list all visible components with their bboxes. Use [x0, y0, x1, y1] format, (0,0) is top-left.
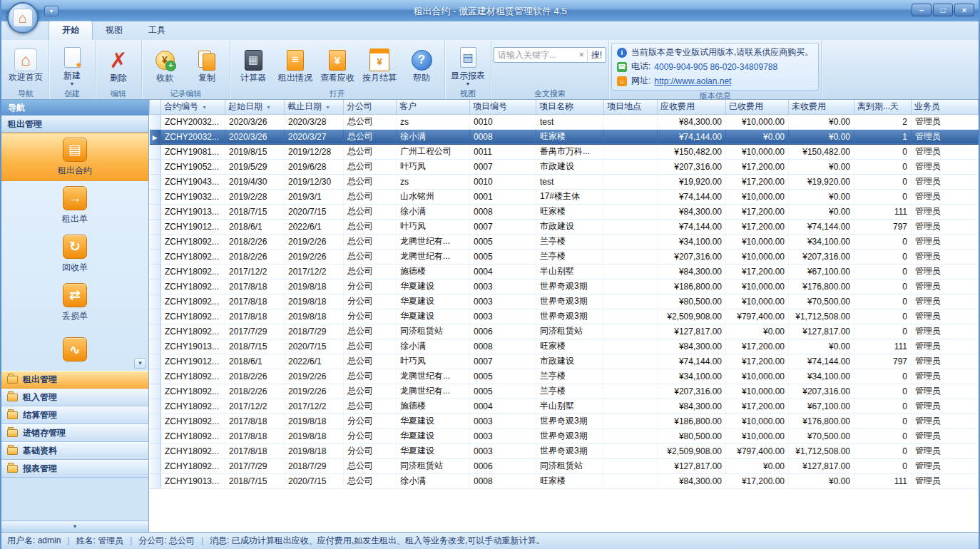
sidebar-collapse-button[interactable]	[1, 520, 148, 532]
table-cell[interactable]: ZCHY18092...	[161, 324, 225, 339]
table-cell[interactable]: 1	[854, 129, 912, 144]
website-link[interactable]: http://www.aolan.net	[654, 76, 731, 86]
table-cell[interactable]: 总公司	[344, 129, 397, 144]
table-cell[interactable]: ¥0.00	[726, 324, 789, 339]
table-cell[interactable]: ¥67,100.00	[789, 264, 854, 279]
table-cell[interactable]: ¥2,509,908.00	[658, 309, 726, 324]
table-cell[interactable]: 0003	[470, 429, 536, 443]
table-cell[interactable]: ¥74,144.00	[789, 219, 854, 234]
table-cell[interactable]: 2017/12/2	[285, 264, 344, 279]
row-selector[interactable]	[150, 429, 161, 443]
table-cell[interactable]: 2019/8/15	[225, 144, 285, 159]
table-cell[interactable]: 0008	[470, 204, 536, 219]
table-cell[interactable]: ¥19,920.00	[658, 174, 726, 189]
table-cell[interactable]: 管理员	[912, 159, 979, 174]
table-cell[interactable]: 2020/7/15	[285, 339, 344, 354]
table-cell[interactable]: ¥84,300.00	[658, 204, 726, 219]
table-cell[interactable]: ZCHY18092...	[161, 234, 225, 249]
table-cell[interactable]: 0003	[470, 309, 536, 324]
table-cell[interactable]: ¥127,817.00	[658, 324, 726, 339]
table-cell[interactable]: 2018/7/29	[285, 324, 344, 339]
show-report-button[interactable]: 显示报表 ▼	[447, 44, 489, 86]
table-cell[interactable]: ¥10,000.00	[726, 369, 789, 384]
calculator-button[interactable]: 计算器	[233, 46, 274, 83]
table-cell[interactable]: 2018/2/26	[225, 384, 285, 399]
table-cell[interactable]: 总公司	[344, 369, 397, 384]
table-cell[interactable]: ¥74,144.00	[658, 129, 726, 144]
table-cell[interactable]: 管理员	[912, 429, 979, 443]
table-cell[interactable]: 分公司	[344, 294, 397, 309]
table-cell[interactable]: 0006	[470, 324, 536, 339]
table-cell[interactable]: ¥207,316.00	[658, 249, 726, 264]
table-cell[interactable]: ¥17,200.00	[726, 473, 789, 488]
table-cell[interactable]	[604, 458, 658, 473]
table-cell[interactable]: 龙腾世纪有...	[397, 249, 470, 264]
row-selector[interactable]	[150, 384, 161, 399]
table-cell[interactable]: 2020/7/15	[285, 473, 344, 488]
table-cell[interactable]	[604, 309, 658, 324]
table-cell[interactable]: 2019/8/18	[285, 429, 344, 443]
table-cell[interactable]: ¥10,000.00	[726, 414, 789, 429]
table-cell[interactable]: 2	[854, 114, 912, 129]
row-selector[interactable]	[150, 159, 161, 174]
table-cell[interactable]: ¥84,300.00	[658, 264, 726, 279]
table-cell[interactable]: ZCHY18092...	[161, 264, 225, 279]
table-cell[interactable]: test	[536, 114, 604, 129]
table-cell[interactable]: 世界奇观3期	[536, 294, 604, 309]
table-cell[interactable]: 旺家楼	[536, 204, 604, 219]
table-row[interactable]: ZCHY18092...2018/2/262019/2/26总公司龙腾世纪有..…	[150, 384, 979, 399]
row-selector[interactable]	[150, 339, 161, 354]
table-cell[interactable]: 管理员	[912, 219, 979, 234]
table-cell[interactable]: 2020/3/26	[225, 114, 285, 129]
row-selector[interactable]	[150, 114, 161, 129]
column-header[interactable]: 已收费用	[726, 100, 789, 114]
table-cell[interactable]: ¥0.00	[726, 129, 789, 144]
table-cell[interactable]: ¥84,300.00	[658, 473, 726, 488]
table-cell[interactable]: ¥34,100.00	[658, 234, 726, 249]
table-cell[interactable]: 龙腾世纪有...	[397, 384, 470, 399]
table-cell[interactable]: 0	[854, 189, 912, 204]
table-cell[interactable]: 2018/7/29	[285, 458, 344, 473]
table-cell[interactable]: 总公司	[344, 354, 397, 369]
table-cell[interactable]: 0	[854, 309, 912, 324]
rental-status-button[interactable]: 租出情况	[275, 46, 316, 83]
table-cell[interactable]: 2017/8/18	[225, 279, 285, 294]
column-header[interactable]: 截止日期	[285, 100, 344, 114]
table-cell[interactable]: 2019/12/30	[285, 174, 344, 189]
table-cell[interactable]: 0007	[470, 354, 536, 369]
new-button[interactable]: 新建 ▼	[51, 44, 93, 86]
table-cell[interactable]: 2017/8/18	[225, 443, 285, 458]
row-selector[interactable]	[150, 264, 161, 279]
help-button[interactable]: 帮助	[401, 46, 442, 83]
row-selector[interactable]	[150, 249, 161, 264]
table-cell[interactable]: 华夏建设	[397, 279, 470, 294]
table-cell[interactable]: 广州工程公司	[397, 144, 470, 159]
table-cell[interactable]: ¥127,817.00	[789, 458, 854, 473]
table-cell[interactable]	[604, 369, 658, 384]
table-cell[interactable]: 0	[854, 414, 912, 429]
table-cell[interactable]: 0005	[470, 369, 536, 384]
close-button[interactable]	[954, 4, 974, 16]
table-cell[interactable]: 2017/8/18	[225, 414, 285, 429]
table-row[interactable]: ZCHY18092...2018/2/262019/2/26总公司龙腾世纪有..…	[150, 249, 979, 264]
table-cell[interactable]: ¥127,817.00	[658, 458, 726, 473]
table-cell[interactable]	[604, 324, 658, 339]
table-cell[interactable]: 徐小满	[397, 129, 470, 144]
table-cell[interactable]: 旺家楼	[536, 473, 604, 488]
table-cell[interactable]: 世界奇观3期	[536, 414, 604, 429]
table-cell[interactable]: 0	[854, 399, 912, 414]
table-cell[interactable]: 同济租赁站	[397, 458, 470, 473]
table-cell[interactable]	[604, 443, 658, 458]
table-cell[interactable]: 管理员	[912, 309, 979, 324]
table-cell[interactable]: 2022/6/1	[285, 354, 344, 369]
table-cell[interactable]: 2018/6/1	[225, 354, 285, 369]
table-cell[interactable]: 徐小满	[397, 473, 470, 488]
row-selector[interactable]	[150, 354, 161, 369]
table-cell[interactable]: 17#楼主体	[536, 189, 604, 204]
table-cell[interactable]: 2019/2/26	[285, 234, 344, 249]
tab-tools[interactable]: 工具	[136, 21, 178, 40]
table-cell[interactable]	[604, 414, 658, 429]
table-cell[interactable]: ¥17,200.00	[726, 159, 789, 174]
table-cell[interactable]: ¥10,000.00	[726, 429, 789, 443]
table-row[interactable]: ZCHY18092...2017/7/292018/7/29总公司同济租赁站00…	[150, 458, 979, 473]
